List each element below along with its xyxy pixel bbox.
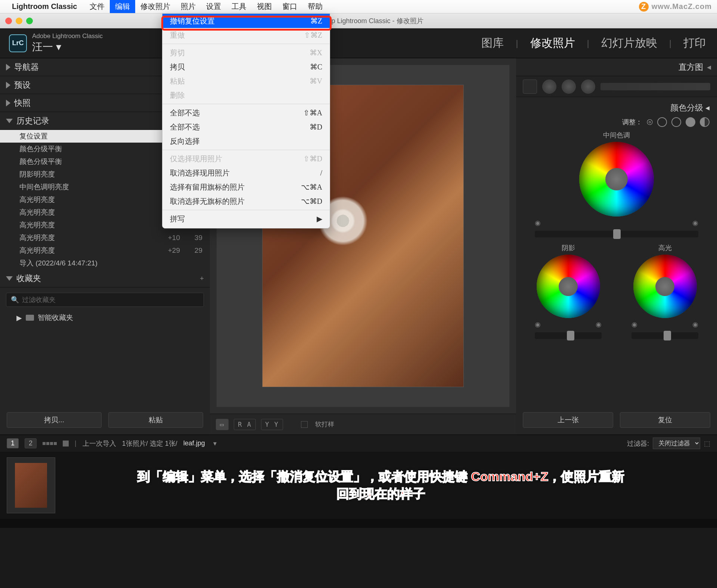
user-name[interactable]: 汪一 ▾ <box>32 40 103 54</box>
main-area: 导航器 适合 I 预设 快照 历史记录 复位设置 颜色分级平衡 颜色分级平衡 阴… <box>0 58 717 435</box>
z-badge: Z <box>639 2 649 12</box>
filmstrip-thumbnail[interactable] <box>7 457 55 513</box>
menu-help[interactable]: 帮助 <box>302 0 328 13</box>
caption-line-2: 回到现在的样子 <box>336 485 425 503</box>
heal-tool-icon[interactable] <box>542 80 556 94</box>
navigator-title: 导航器 <box>14 62 39 73</box>
redeye-tool-icon[interactable] <box>562 80 576 94</box>
previous-button[interactable]: 上一张 <box>523 412 613 428</box>
screen-tab-1[interactable]: 1 <box>7 438 19 448</box>
reset-button[interactable]: 复位 <box>620 412 710 428</box>
shadow-color-wheel[interactable] <box>537 255 600 318</box>
menu-item-deselect-active[interactable]: 取消选择现用照片/ <box>162 166 330 180</box>
highlight-luminance-slider[interactable] <box>631 332 698 339</box>
menu-item-copy[interactable]: 拷贝⌘C <box>162 60 330 74</box>
history-item[interactable]: 导入 (2022/4/6 14:47:21) <box>0 257 210 270</box>
breadcrumb[interactable]: 上一次导入 <box>83 439 116 448</box>
crop-tool-icon[interactable] <box>523 80 537 94</box>
paste-button[interactable]: 粘贴 <box>108 412 203 428</box>
shadow-mode-icon[interactable] <box>657 117 667 127</box>
tool-slider[interactable] <box>600 83 710 90</box>
menu-item-select-none-1[interactable]: 全部不选⇧⌘A <box>162 106 330 120</box>
adjust-label: 调整： <box>622 118 642 127</box>
eye-icon[interactable]: ◉ <box>596 320 602 329</box>
eye-icon[interactable]: ◉ <box>535 219 541 227</box>
menu-settings[interactable]: 设置 <box>201 0 226 13</box>
add-collection-icon[interactable]: + <box>200 274 204 283</box>
minimize-icon[interactable] <box>16 18 22 24</box>
eye-icon[interactable]: ◉ <box>692 320 698 329</box>
chevron-right-icon: ▶ <box>16 314 22 322</box>
menu-tools[interactable]: 工具 <box>226 0 252 13</box>
view-mode-yy[interactable]: Y Y <box>261 419 283 430</box>
eye-icon[interactable]: ◉ <box>692 219 698 227</box>
app-name[interactable]: Lightroom Classic <box>12 2 77 11</box>
menu-item-undo[interactable]: 撤销复位设置⌘Z <box>162 14 330 28</box>
menu-item-redo[interactable]: 重做⇧⌘Z <box>162 28 330 42</box>
collections-search[interactable]: 🔍 过滤收藏夹 <box>6 293 204 307</box>
eye-icon[interactable]: ◉ <box>631 320 637 329</box>
menu-item-cut[interactable]: 剪切⌘X <box>162 46 330 60</box>
global-mode-icon[interactable] <box>700 117 710 127</box>
filmstrip[interactable]: 到「编辑」菜单，选择「撤消复位设置」，或者使用快捷键 Command+Z，使照片… <box>0 452 717 519</box>
menu-item-select-active[interactable]: 仅选择现用照片⇧⌘D <box>162 152 330 166</box>
grid-view-icon[interactable] <box>43 442 57 445</box>
eye-icon[interactable]: ◉ <box>535 320 541 329</box>
history-title: 历史记录 <box>16 115 49 127</box>
loupe-view-icon[interactable] <box>63 441 69 447</box>
color-grading-title[interactable]: 颜色分级 ◂ <box>524 102 710 113</box>
tool-strip <box>516 76 717 97</box>
copy-button[interactable]: 拷贝... <box>7 412 102 428</box>
watermark: Z www.MacZ.com <box>639 2 712 12</box>
midtone-color-wheel[interactable] <box>579 142 654 217</box>
menu-view[interactable]: 视图 <box>252 0 277 13</box>
menu-window[interactable]: 窗口 <box>277 0 302 13</box>
menu-item-invert-selection[interactable]: 反向选择 <box>162 134 330 148</box>
module-slideshow[interactable]: 幻灯片放映 <box>599 35 659 52</box>
histogram-header[interactable]: 直方图 ◂ <box>516 58 717 76</box>
color-grading-panel: 颜色分级 ◂ 调整： ⦾ 中间色调 ◉◉ 阴影 ◉◉ <box>516 97 717 348</box>
mask-tool-icon[interactable] <box>581 80 595 94</box>
maximize-icon[interactable] <box>26 18 33 24</box>
view-mode-ra[interactable]: R A <box>234 419 256 430</box>
menu-item-spelling[interactable]: 拼写▶ <box>162 212 330 226</box>
folder-icon <box>26 315 34 321</box>
view-mode-loupe[interactable]: ▭ <box>216 419 229 430</box>
three-way-icon[interactable]: ⦾ <box>647 118 653 127</box>
softproof-checkbox[interactable] <box>301 421 308 428</box>
smart-collection-item[interactable]: ▶ 智能收藏夹 <box>6 311 204 325</box>
menu-item-select-none-2[interactable]: 全部不选⌘D <box>162 120 330 134</box>
menu-item-paste[interactable]: 粘贴⌘V <box>162 74 330 88</box>
close-icon[interactable] <box>5 18 12 24</box>
menu-item-deselect-unflagged[interactable]: 取消选择无旗标的照片⌥⌘D <box>162 194 330 208</box>
chevron-down-icon <box>6 119 13 123</box>
module-library[interactable]: 图库 <box>479 35 506 52</box>
filter-lock-icon[interactable]: ⬚ <box>704 439 710 448</box>
chevron-right-icon <box>6 100 10 106</box>
screen-tab-2[interactable]: 2 <box>25 438 37 448</box>
filter-select[interactable]: 关闭过滤器 <box>653 438 700 449</box>
module-develop[interactable]: 修改照片 <box>528 35 577 52</box>
module-print[interactable]: 打印 <box>681 35 708 52</box>
presets-title: 预设 <box>14 80 31 91</box>
menu-item-delete[interactable]: 删除 <box>162 88 330 102</box>
menu-develop[interactable]: 修改照片 <box>135 0 176 13</box>
snapshots-title: 快照 <box>14 97 31 109</box>
midtone-luminance-slider[interactable] <box>535 231 698 237</box>
collections-header[interactable]: 收藏夹 + <box>0 270 210 287</box>
submenu-arrow-icon: ▶ <box>317 214 322 223</box>
chevron-right-icon <box>6 82 10 88</box>
menu-file[interactable]: 文件 <box>84 0 110 13</box>
midtone-mode-icon[interactable] <box>671 117 681 127</box>
shadow-luminance-slider[interactable] <box>535 332 602 339</box>
history-item[interactable]: 高光明亮度+1039 <box>0 231 210 244</box>
highlight-mode-icon[interactable] <box>686 117 695 127</box>
highlight-color-wheel[interactable] <box>633 255 697 318</box>
midtone-label: 中间色调 <box>524 131 710 140</box>
chevron-right-icon <box>6 64 10 71</box>
menu-photo[interactable]: 照片 <box>176 0 201 13</box>
edit-menu-dropdown: 撤销复位设置⌘Z 重做⇧⌘Z 剪切⌘X 拷贝⌘C 粘贴⌘V 删除 全部不选⇧⌘A… <box>162 13 330 228</box>
menu-item-select-flagged[interactable]: 选择有留用旗标的照片⌥⌘A <box>162 180 330 194</box>
menu-edit[interactable]: 编辑 <box>110 0 135 13</box>
history-item[interactable]: 高光明亮度+2929 <box>0 244 210 257</box>
